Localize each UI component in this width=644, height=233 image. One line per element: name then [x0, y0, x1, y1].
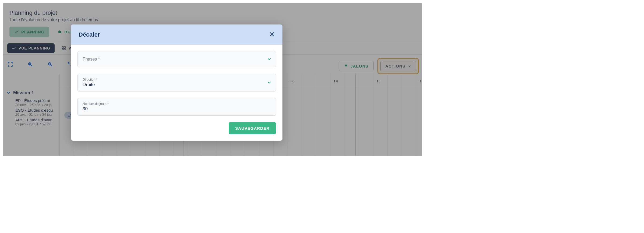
- direction-select[interactable]: Direction * Droite: [77, 74, 276, 91]
- caret-down-icon: [268, 82, 271, 84]
- phases-label: Phases *: [83, 57, 100, 62]
- caret-down-icon: [268, 58, 271, 60]
- modal-body: Phases * Direction * Droite Nombre de jo…: [71, 45, 282, 122]
- direction-value: Droite: [83, 82, 271, 87]
- close-icon[interactable]: ✕: [269, 30, 275, 39]
- save-button[interactable]: SAUVEGARDER: [229, 122, 276, 134]
- direction-label: Direction *: [83, 78, 271, 82]
- phases-select[interactable]: Phases *: [77, 51, 276, 67]
- days-input[interactable]: Nombre de jours * 30: [77, 98, 276, 116]
- days-label: Nombre de jours *: [83, 102, 271, 106]
- app-window: Planning du projet Toute l'évolution de …: [3, 3, 422, 156]
- modal-footer: SAUVEGARDER: [71, 122, 282, 141]
- days-value: 30: [83, 106, 271, 112]
- modal-title: Décaler: [79, 31, 100, 38]
- modal-header: Décaler ✕: [71, 24, 282, 45]
- shift-modal: Décaler ✕ Phases * Direction * Droite No…: [71, 24, 282, 141]
